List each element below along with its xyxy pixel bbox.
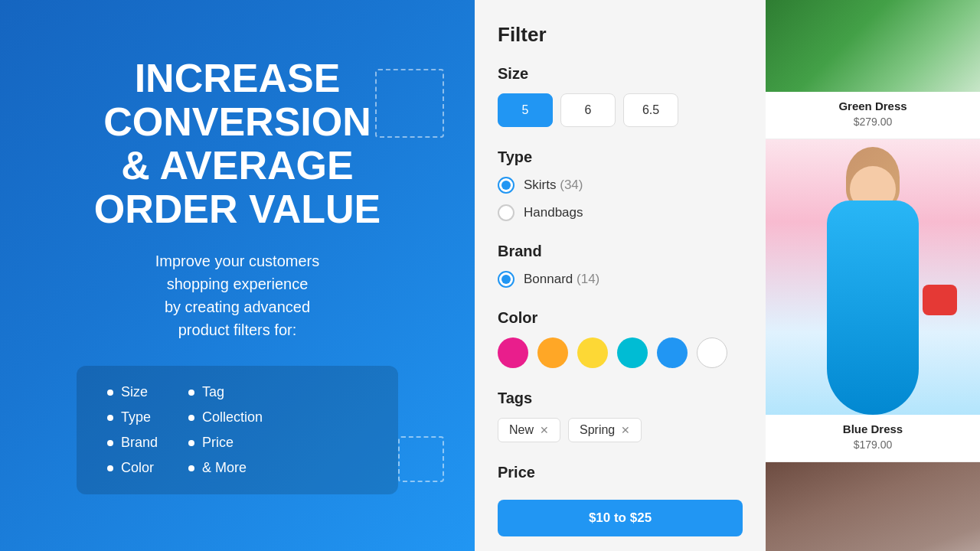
product-card-blue-dress: Blue Dress $179.00 xyxy=(766,139,980,462)
handbags-radio[interactable] xyxy=(498,204,514,221)
green-dress-image xyxy=(766,0,980,92)
color-section: Color xyxy=(498,309,743,368)
type-section-title: Type xyxy=(498,148,743,166)
feature-color: Color xyxy=(107,460,158,476)
size-section: Size 5 6 6.5 xyxy=(498,65,743,127)
feature-type: Type xyxy=(107,409,158,425)
price-section: Price $10 to $25 xyxy=(498,464,743,536)
bullet-icon xyxy=(107,415,113,421)
tags-section-title: Tags xyxy=(498,390,743,407)
feature-tag: Tag xyxy=(188,384,263,400)
size-buttons: 5 6 6.5 xyxy=(498,93,743,127)
feature-size: Size xyxy=(107,384,158,400)
dashed-decoration-bottom xyxy=(398,436,444,482)
feature-collection: Collection xyxy=(188,409,263,425)
blue-dress-price: $179.00 xyxy=(776,439,969,451)
bullet-icon xyxy=(107,390,113,396)
tag-new[interactable]: New ✕ xyxy=(498,418,560,442)
feature-type-label: Type xyxy=(121,409,151,425)
promo-panel: INCREASE CONVERSION & AVERAGE ORDER VALU… xyxy=(0,0,475,551)
third-product-image xyxy=(766,462,980,551)
type-handbags-option[interactable]: Handbags xyxy=(498,204,743,221)
feature-color-label: Color xyxy=(121,460,154,476)
bullet-icon xyxy=(188,465,194,471)
color-swatch-teal[interactable] xyxy=(617,337,648,368)
tag-spring[interactable]: Spring ✕ xyxy=(568,418,642,442)
bullet-icon xyxy=(188,415,194,421)
color-swatch-yellow[interactable] xyxy=(577,337,608,368)
price-range-button[interactable]: $10 to $25 xyxy=(498,500,743,536)
tag-spring-label: Spring xyxy=(580,423,615,437)
feature-brand-label: Brand xyxy=(121,435,158,451)
tags-row: New ✕ Spring ✕ xyxy=(498,418,743,442)
size-button-5[interactable]: 5 xyxy=(498,93,553,127)
blue-dress-image xyxy=(766,139,980,415)
color-swatch-orange[interactable] xyxy=(537,337,568,368)
tag-new-remove[interactable]: ✕ xyxy=(540,424,549,436)
brand-bonnard-option[interactable]: Bonnard (14) xyxy=(498,271,743,288)
type-skirts-option[interactable]: Skirts (34) xyxy=(498,177,743,194)
green-dress-info: Green Dress $279.00 xyxy=(766,92,980,139)
type-section: Type Skirts (34) Handbags xyxy=(498,148,743,221)
tag-new-label: New xyxy=(509,423,534,437)
color-swatch-white[interactable] xyxy=(697,337,727,368)
green-dress-name: Green Dress xyxy=(776,99,969,112)
size-button-6[interactable]: 6 xyxy=(560,93,616,127)
feature-price-label: Price xyxy=(202,435,234,451)
bullet-icon xyxy=(188,390,194,396)
size-button-6-5[interactable]: 6.5 xyxy=(623,93,678,127)
filter-panel: Filter Size 5 6 6.5 Type Skirts (34) Han… xyxy=(475,0,766,551)
tag-spring-remove[interactable]: ✕ xyxy=(621,424,630,436)
filter-title: Filter xyxy=(498,23,743,47)
feature-brand: Brand xyxy=(107,435,158,451)
dress-decoration xyxy=(827,201,919,415)
product-card-green-dress: Green Dress $279.00 xyxy=(766,0,980,139)
color-section-title: Color xyxy=(498,309,743,327)
features-col-1: Size Type Brand Color xyxy=(107,384,158,476)
features-col-2: Tag Collection Price & More xyxy=(188,384,263,476)
tags-section: Tags New ✕ Spring ✕ xyxy=(498,390,743,442)
feature-price: Price xyxy=(188,435,263,451)
blue-dress-name: Blue Dress xyxy=(776,422,969,435)
blue-dress-info: Blue Dress $179.00 xyxy=(766,415,980,461)
color-swatches xyxy=(498,337,743,368)
bonnard-label: Bonnard (14) xyxy=(524,272,599,287)
skirts-radio[interactable] xyxy=(498,177,514,194)
price-section-title: Price xyxy=(498,464,743,481)
promo-subtext: Improve your customers shopping experien… xyxy=(155,249,320,341)
feature-tag-label: Tag xyxy=(202,384,224,400)
skirts-label: Skirts (34) xyxy=(524,178,583,193)
color-swatch-pink[interactable] xyxy=(498,337,528,368)
brand-section-title: Brand xyxy=(498,243,743,260)
bullet-icon xyxy=(107,440,113,446)
feature-more-label: & More xyxy=(202,460,247,476)
handbags-label: Handbags xyxy=(524,205,583,220)
bullet-icon xyxy=(107,465,113,471)
features-box: Size Type Brand Color Tag Collectio xyxy=(77,366,398,494)
brand-section: Brand Bonnard (14) xyxy=(498,243,743,288)
feature-more: & More xyxy=(188,460,263,476)
bonnard-radio[interactable] xyxy=(498,271,514,288)
color-swatch-blue[interactable] xyxy=(657,337,688,368)
feature-collection-label: Collection xyxy=(202,409,263,425)
handbag-decoration xyxy=(923,285,957,315)
product-card-third xyxy=(766,462,980,551)
bullet-icon xyxy=(188,440,194,446)
green-dress-price: $279.00 xyxy=(776,116,969,128)
feature-size-label: Size xyxy=(121,384,148,400)
size-section-title: Size xyxy=(498,65,743,83)
products-panel: Green Dress $279.00 Blue Dress $179.00 xyxy=(766,0,980,551)
promo-heading: INCREASE CONVERSION & AVERAGE ORDER VALU… xyxy=(94,57,381,232)
dashed-decoration-top xyxy=(375,69,444,138)
